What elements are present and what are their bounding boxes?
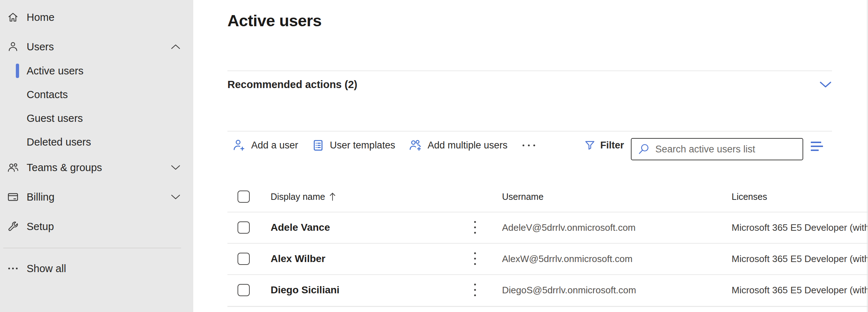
main-content: Active users Recommended actions (2) xyxy=(193,0,868,312)
row-checkbox[interactable] xyxy=(238,284,250,296)
row-more-actions-button[interactable] xyxy=(470,283,480,298)
section-divider xyxy=(227,70,832,71)
table-row[interactable]: Diego Siciliani DiegoS@5drrlv.onmicrosof… xyxy=(193,274,868,306)
sidebar-item-guest-users[interactable]: Guest users xyxy=(0,107,193,130)
sidebar-item-home[interactable]: Home xyxy=(0,6,193,29)
display-name-cell[interactable]: Adele Vance xyxy=(271,222,330,233)
user-templates-button[interactable]: User templates xyxy=(311,138,395,152)
filter-funnel-icon xyxy=(584,139,596,151)
filter-label: Filter xyxy=(600,140,624,151)
recommended-actions-header[interactable]: Recommended actions (2) xyxy=(227,79,357,91)
button-label: Add a user xyxy=(251,140,298,151)
sidebar-item-label: Show all xyxy=(27,263,66,275)
chevron-down-icon[interactable] xyxy=(171,165,180,170)
arrow-up-icon xyxy=(329,192,336,202)
search-icon xyxy=(637,143,650,156)
select-all-checkbox[interactable] xyxy=(238,191,250,203)
table-divider xyxy=(227,306,868,307)
sort-lines-icon[interactable] xyxy=(811,141,825,153)
sidebar-item-teams-groups[interactable]: Teams & groups xyxy=(0,156,193,179)
chevron-down-icon[interactable] xyxy=(171,194,180,200)
licenses-cell: Microsoft 365 E5 Developer (withou xyxy=(732,222,868,233)
display-name-cell[interactable]: Alex Wilber xyxy=(271,253,325,265)
sidebar-item-label: Setup xyxy=(27,221,54,233)
add-multiple-users-icon xyxy=(408,138,422,152)
people-icon xyxy=(5,160,21,175)
sidebar-item-label: Teams & groups xyxy=(27,162,102,174)
user-templates-icon xyxy=(311,138,325,152)
add-a-user-button[interactable]: Add a user xyxy=(232,138,298,152)
row-checkbox[interactable] xyxy=(238,253,250,265)
table-row[interactable]: Alex Wilber AlexW@5drrlv.onmicrosoft.com… xyxy=(193,243,868,274)
licenses-cell: Microsoft 365 E5 Developer (withou xyxy=(732,253,868,264)
column-header-username[interactable]: Username xyxy=(502,192,543,202)
username-cell: AdeleV@5drrlv.onmicrosoft.com xyxy=(502,222,636,233)
ellipsis-icon xyxy=(5,261,21,276)
username-cell: AlexW@5drrlv.onmicrosoft.com xyxy=(502,253,633,264)
add-multiple-users-button[interactable]: Add multiple users xyxy=(408,138,507,152)
wrench-icon xyxy=(5,219,21,234)
sidebar-item-label: Home xyxy=(27,12,54,23)
filter-button[interactable]: Filter xyxy=(584,135,624,155)
display-name-cell[interactable]: Diego Siciliani xyxy=(271,284,339,296)
sidebar-item-setup[interactable]: Setup xyxy=(0,215,193,238)
sidebar-divider xyxy=(3,248,181,248)
sidebar-item-show-all[interactable]: Show all xyxy=(0,257,193,280)
row-checkbox[interactable] xyxy=(238,221,250,234)
home-icon xyxy=(5,9,21,25)
sidebar-item-label: Contacts xyxy=(27,89,68,101)
username-cell: DiegoS@5drrlv.onmicrosoft.com xyxy=(502,284,636,295)
sidebar-item-label: Billing xyxy=(27,191,54,203)
command-bar: Add a user User templates xyxy=(232,135,537,155)
sidebar-item-label: Active users xyxy=(27,65,83,77)
m365-admin-active-users-page: Home Users Active users Contacts xyxy=(0,0,868,312)
scrollbar-track-border xyxy=(867,0,868,312)
chevron-down-icon[interactable] xyxy=(819,81,832,88)
search-input[interactable] xyxy=(655,144,797,155)
sidebar-item-active-users[interactable]: Active users xyxy=(0,59,193,82)
selected-indicator xyxy=(16,64,19,78)
sidebar: Home Users Active users Contacts xyxy=(0,0,193,312)
section-divider xyxy=(227,131,832,132)
sidebar-item-label: Deleted users xyxy=(27,136,91,148)
row-more-actions-button[interactable] xyxy=(470,220,480,235)
table-header-row: Display name Username Licenses xyxy=(193,182,868,212)
button-label: User templates xyxy=(330,140,395,151)
row-more-actions-button[interactable] xyxy=(470,251,480,266)
chevron-up-icon[interactable] xyxy=(171,44,180,50)
add-user-icon xyxy=(232,138,246,152)
sidebar-item-billing[interactable]: Billing xyxy=(0,185,193,208)
column-header-licenses[interactable]: Licenses xyxy=(732,192,767,202)
licenses-cell: Microsoft 365 E5 Developer (withou xyxy=(732,284,868,295)
sidebar-item-deleted-users[interactable]: Deleted users xyxy=(0,130,193,153)
credit-card-icon xyxy=(5,189,21,205)
sidebar-item-label: Guest users xyxy=(27,113,83,124)
column-header-display-name[interactable]: Display name xyxy=(271,192,325,202)
button-label: Add multiple users xyxy=(428,140,507,151)
user-icon xyxy=(5,39,21,55)
sidebar-item-label: Users xyxy=(27,41,54,53)
table-row[interactable]: Adele Vance AdeleV@5drrlv.onmicrosoft.co… xyxy=(193,212,868,243)
page-title: Active users xyxy=(227,12,322,30)
sidebar-item-users[interactable]: Users xyxy=(0,35,193,58)
search-box xyxy=(631,138,803,160)
sidebar-item-contacts[interactable]: Contacts xyxy=(0,83,193,106)
more-actions-button[interactable] xyxy=(520,144,537,146)
